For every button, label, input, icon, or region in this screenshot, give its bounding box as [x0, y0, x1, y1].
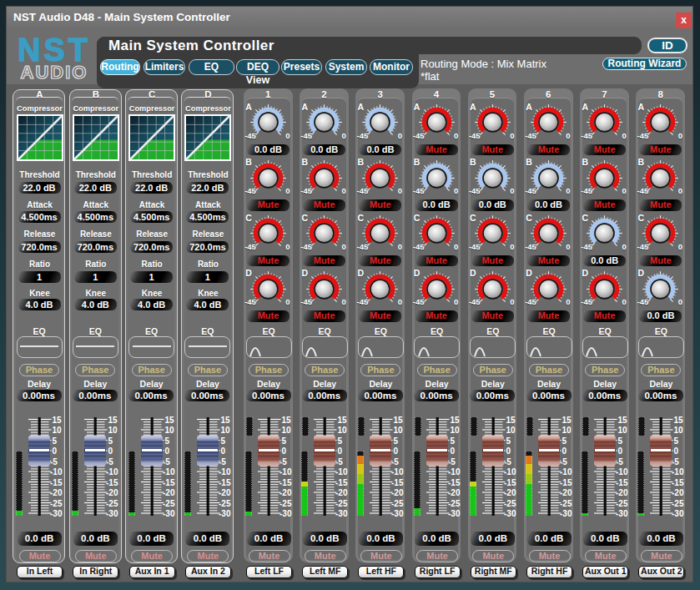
- svg-text:-5: -5: [163, 457, 170, 466]
- svg-text:-5: -5: [219, 457, 226, 466]
- svg-text:-25: -25: [560, 499, 572, 508]
- svg-text:15: 15: [562, 416, 572, 425]
- svg-text:-30: -30: [279, 509, 292, 518]
- svg-text:0: 0: [618, 446, 623, 456]
- svg-text:10: 10: [53, 426, 63, 435]
- svg-text:10: 10: [108, 426, 118, 435]
- svg-text:-30: -30: [106, 509, 118, 518]
- svg-text:-15: -15: [448, 478, 461, 487]
- svg-text:-15: -15: [50, 478, 63, 487]
- svg-text:-25: -25: [279, 499, 292, 508]
- svg-text:-30: -30: [391, 509, 404, 518]
- svg-text:-20: -20: [560, 488, 572, 497]
- svg-text:-20: -20: [163, 488, 175, 497]
- svg-text:15: 15: [53, 416, 63, 425]
- svg-text:-15: -15: [219, 478, 231, 487]
- svg-text:5: 5: [562, 436, 567, 446]
- svg-text:-15: -15: [560, 478, 572, 487]
- svg-text:-15: -15: [672, 478, 684, 487]
- svg-text:-10: -10: [448, 467, 461, 477]
- svg-text:-10: -10: [335, 467, 348, 477]
- svg-text:0: 0: [53, 446, 58, 456]
- svg-text:-5: -5: [279, 457, 287, 466]
- svg-text:0: 0: [282, 446, 287, 456]
- svg-text:10: 10: [674, 426, 684, 435]
- svg-text:-30: -30: [335, 509, 348, 518]
- svg-text:-30: -30: [219, 509, 231, 518]
- svg-text:-10: -10: [279, 467, 292, 477]
- svg-text:-10: -10: [391, 467, 404, 477]
- svg-text:5: 5: [164, 436, 169, 446]
- svg-text:-25: -25: [672, 499, 684, 508]
- svg-text:-25: -25: [616, 499, 628, 508]
- svg-text:15: 15: [450, 416, 460, 425]
- svg-text:15: 15: [220, 416, 230, 425]
- svg-text:5: 5: [108, 436, 113, 446]
- svg-text:5: 5: [220, 436, 225, 446]
- svg-text:15: 15: [282, 416, 292, 425]
- svg-text:15: 15: [338, 416, 348, 425]
- svg-text:10: 10: [506, 426, 516, 435]
- svg-text:5: 5: [394, 436, 399, 446]
- svg-text:-25: -25: [504, 499, 516, 508]
- svg-text:-30: -30: [616, 509, 628, 518]
- svg-text:-5: -5: [335, 457, 343, 466]
- svg-text:-20: -20: [279, 488, 292, 497]
- svg-text:10: 10: [220, 426, 230, 435]
- svg-text:10: 10: [282, 426, 292, 435]
- svg-text:-25: -25: [219, 499, 231, 508]
- svg-text:5: 5: [53, 436, 58, 446]
- svg-text:-15: -15: [279, 478, 292, 487]
- svg-text:-10: -10: [616, 467, 628, 477]
- svg-text:-20: -20: [391, 488, 404, 497]
- svg-text:10: 10: [450, 426, 460, 435]
- svg-text:-30: -30: [504, 509, 516, 518]
- svg-text:-25: -25: [50, 499, 63, 508]
- svg-text:-30: -30: [560, 509, 572, 518]
- svg-text:-20: -20: [448, 488, 461, 497]
- svg-text:0: 0: [674, 446, 679, 456]
- svg-text:15: 15: [618, 416, 628, 425]
- svg-text:10: 10: [338, 426, 348, 435]
- svg-text:0: 0: [562, 446, 567, 456]
- svg-text:-30: -30: [50, 509, 63, 518]
- svg-text:-25: -25: [448, 499, 461, 508]
- svg-text:0: 0: [164, 446, 169, 456]
- svg-text:-5: -5: [448, 457, 456, 466]
- svg-text:-15: -15: [391, 478, 404, 487]
- svg-text:-10: -10: [672, 467, 684, 477]
- svg-text:0: 0: [220, 446, 225, 456]
- svg-text:-25: -25: [335, 499, 348, 508]
- svg-text:-5: -5: [616, 457, 623, 466]
- svg-text:5: 5: [450, 436, 455, 446]
- svg-text:-30: -30: [448, 509, 461, 518]
- svg-text:5: 5: [674, 436, 679, 446]
- svg-text:-15: -15: [163, 478, 175, 487]
- svg-text:15: 15: [674, 416, 684, 425]
- svg-text:-15: -15: [616, 478, 628, 487]
- svg-text:0: 0: [108, 446, 113, 456]
- svg-text:-10: -10: [504, 467, 516, 477]
- svg-text:-15: -15: [335, 478, 348, 487]
- svg-text:15: 15: [506, 416, 516, 425]
- svg-text:5: 5: [618, 436, 623, 446]
- svg-text:-25: -25: [391, 499, 404, 508]
- svg-text:5: 5: [506, 436, 511, 446]
- svg-text:-10: -10: [560, 467, 572, 477]
- svg-text:-30: -30: [163, 509, 175, 518]
- svg-text:15: 15: [164, 416, 174, 425]
- svg-text:-25: -25: [106, 499, 118, 508]
- svg-text:0: 0: [394, 446, 399, 456]
- svg-text:-5: -5: [106, 457, 113, 466]
- svg-text:-15: -15: [106, 478, 118, 487]
- svg-text:5: 5: [282, 436, 287, 446]
- svg-text:10: 10: [394, 426, 404, 435]
- svg-text:-20: -20: [616, 488, 628, 497]
- svg-text:-15: -15: [504, 478, 516, 487]
- svg-text:-10: -10: [163, 467, 175, 477]
- svg-text:0: 0: [506, 446, 511, 456]
- svg-text:-10: -10: [219, 467, 231, 477]
- svg-text:5: 5: [338, 436, 343, 446]
- svg-text:-20: -20: [106, 488, 118, 497]
- svg-text:-20: -20: [504, 488, 516, 497]
